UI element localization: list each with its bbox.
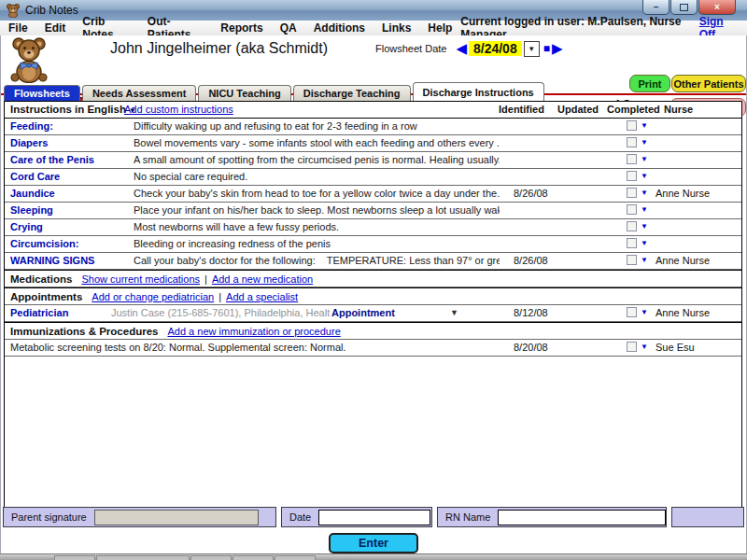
- completed-checkbox[interactable]: [627, 238, 637, 248]
- teddy-bear-icon: [6, 3, 21, 18]
- language-selector[interactable]: Instructions in English▼: [10, 104, 136, 115]
- discharge-instructions-panel: Instructions in English▼ Add custom inst…: [4, 101, 742, 507]
- menu-item[interactable]: QA: [272, 21, 305, 35]
- date-current-icon[interactable]: ■: [543, 42, 550, 55]
- menu-item[interactable]: Links: [374, 21, 419, 35]
- medications-section: Medications Show current medications | A…: [5, 270, 741, 287]
- tab[interactable]: Flowsheets: [4, 85, 80, 101]
- taskbar-segment: [233, 555, 274, 560]
- date-field[interactable]: [318, 510, 430, 525]
- completed-checkbox[interactable]: [627, 307, 637, 317]
- completed-checkbox[interactable]: [627, 204, 637, 215]
- parent-signature-field[interactable]: [94, 510, 259, 525]
- completed-dropdown-icon[interactable]: ▼: [641, 222, 648, 231]
- close-window-button[interactable]: ×: [698, 0, 736, 15]
- instruction-topic[interactable]: Circumcision:: [10, 238, 78, 249]
- show-current-medications-link[interactable]: Show current medications: [81, 273, 200, 285]
- appointment-dropdown-icon[interactable]: ▼: [450, 308, 458, 317]
- completed-dropdown-icon[interactable]: ▼: [641, 308, 648, 316]
- flowsheet-date-value[interactable]: 8/24/08: [469, 41, 522, 56]
- completed-checkbox[interactable]: [627, 171, 637, 181]
- instruction-text: No special care required.: [134, 171, 247, 182]
- tab[interactable]: Needs Assessment: [82, 85, 196, 101]
- taskbar-segment: [96, 555, 190, 560]
- completed-checkbox[interactable]: [627, 154, 637, 164]
- instruction-text: Most newborns will have a few fussy peri…: [134, 221, 339, 232]
- completed-checkbox[interactable]: [627, 221, 637, 231]
- menu-item[interactable]: Help: [419, 21, 460, 35]
- tab[interactable]: Discharge Instructions: [413, 82, 544, 101]
- instruction-text: Place your infant on his/her back to sle…: [134, 204, 500, 216]
- instruction-topic[interactable]: Crying: [10, 221, 43, 232]
- completed-dropdown-icon[interactable]: ▼: [641, 172, 648, 180]
- instruction-row: Care of the Penis A small amount of spot…: [5, 152, 741, 169]
- identified-date: 8/26/08: [514, 188, 548, 199]
- instruction-topic[interactable]: Diapers: [10, 137, 48, 148]
- empty-area: [5, 357, 741, 560]
- patient-header: John Jingelheimer (aka Schmidt) Flowshee…: [0, 35, 747, 84]
- instruction-row: WARNING SIGNS Call your baby's doctor fo…: [5, 253, 741, 270]
- minimize-button[interactable]: –: [642, 0, 669, 15]
- link-separator: |: [204, 273, 207, 285]
- completed-checkbox[interactable]: [627, 137, 637, 147]
- parent-signature-segment: Parent signature: [3, 507, 276, 527]
- link-separator: |: [218, 291, 221, 302]
- completed-dropdown-icon[interactable]: ▼: [641, 239, 648, 247]
- menu-item[interactable]: Additions: [305, 21, 374, 35]
- completed-checkbox[interactable]: [627, 188, 637, 198]
- column-completed: Completed: [607, 104, 660, 115]
- instruction-row: Circumcision: Bleeding or increasing red…: [5, 236, 741, 253]
- appointments-title: Appointments: [10, 291, 82, 302]
- identified-date: 8/26/08: [514, 255, 548, 266]
- crib-notes-logo-teddy: [7, 36, 50, 83]
- window-left-edge: [0, 35, 1, 553]
- instruction-topic[interactable]: Sleeping: [10, 204, 53, 216]
- date-next-icon[interactable]: ▶: [552, 40, 563, 57]
- nurse-name: Anne Nurse: [655, 188, 710, 199]
- completed-dropdown-icon[interactable]: ▼: [641, 189, 648, 197]
- add-custom-instructions-link[interactable]: Add custom instructions: [124, 104, 233, 115]
- maximize-button[interactable]: [670, 0, 698, 15]
- add-or-change-pediatrician-link[interactable]: Add or change pediatrician: [92, 291, 214, 302]
- rn-name-segment: RN Name: [437, 507, 667, 527]
- instruction-topic[interactable]: Feeding:: [10, 120, 53, 132]
- completed-dropdown-icon[interactable]: ▼: [641, 138, 648, 147]
- tab[interactable]: NICU Teaching: [198, 85, 290, 101]
- completed-dropdown-icon[interactable]: ▼: [641, 343, 648, 351]
- rn-name-field[interactable]: [498, 510, 666, 525]
- enter-button[interactable]: Enter: [329, 533, 418, 553]
- completed-checkbox[interactable]: [627, 255, 637, 265]
- add-new-medication-link[interactable]: Add a new medication: [212, 273, 313, 285]
- instruction-text: Bowel movements vary - some infants stoo…: [134, 137, 500, 148]
- other-patients-button[interactable]: Other Patients: [671, 75, 746, 92]
- menu-item[interactable]: Reports: [212, 21, 271, 35]
- instruction-topic[interactable]: Care of the Penis: [10, 154, 94, 165]
- immunizations-section: Immunizations & Procedures Add a new imm…: [5, 322, 741, 340]
- completed-dropdown-icon[interactable]: ▼: [641, 121, 648, 130]
- pediatrician-label[interactable]: Pediatrician: [10, 307, 68, 318]
- menu-item[interactable]: Edit: [36, 21, 75, 35]
- completed-dropdown-icon[interactable]: ▼: [641, 205, 648, 214]
- instruction-topic[interactable]: Jaundice: [10, 188, 55, 199]
- completed-checkbox[interactable]: [627, 120, 637, 131]
- date-dropdown-button[interactable]: ▼: [524, 41, 540, 57]
- appointment-dropdown-label[interactable]: Appointment: [331, 307, 395, 318]
- add-a-specialist-link[interactable]: Add a specialist: [226, 291, 298, 302]
- tab[interactable]: Discharge Teaching: [293, 85, 411, 101]
- add-immunization-link[interactable]: Add a new immunization or procedure: [167, 326, 340, 337]
- completed-checkbox[interactable]: [627, 342, 637, 352]
- signature-bar-end: [671, 507, 744, 527]
- instruction-topic[interactable]: Cord Care: [10, 171, 60, 182]
- taskbar-segment: [190, 555, 232, 560]
- instruction-text: A small amount of spotting from the circ…: [134, 154, 500, 165]
- print-button[interactable]: Print: [629, 75, 670, 92]
- instruction-topic[interactable]: WARNING SIGNS: [10, 255, 94, 266]
- completed-dropdown-icon[interactable]: ▼: [641, 256, 648, 264]
- window-title: Crib Notes: [25, 4, 78, 17]
- completed-dropdown-icon[interactable]: ▼: [641, 155, 648, 163]
- menu-item[interactable]: File: [0, 21, 36, 35]
- instructions-header-row: Instructions in English▼ Add custom inst…: [5, 102, 741, 119]
- crib-notes-window: Crib Notes – × File Edit Crib Notes Out-…: [0, 0, 747, 560]
- flowsheet-date-label: Flowsheet Date: [375, 43, 446, 54]
- date-previous-icon[interactable]: ◀: [456, 40, 467, 57]
